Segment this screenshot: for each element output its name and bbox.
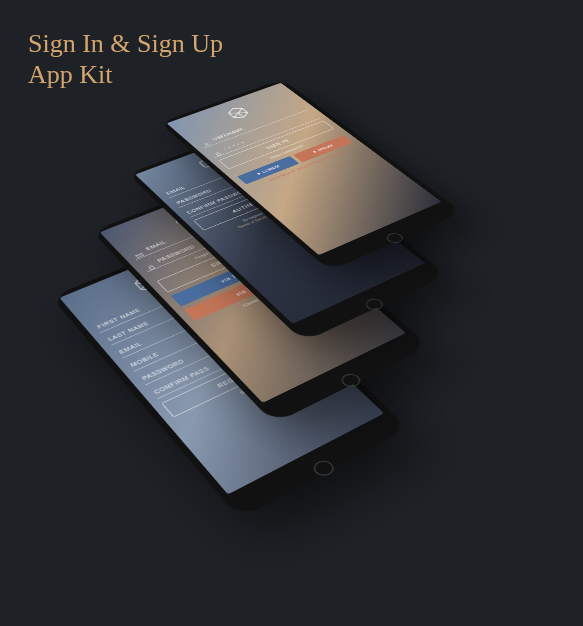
title-line-1: Sign In & Sign Up [28, 28, 223, 59]
play-icon [257, 172, 261, 175]
phone-scene: FIRST NAME LAST NAME EMAIL MOBILE PASSWO… [50, 80, 550, 600]
email-label: EMAIL [145, 240, 168, 251]
lock-icon [142, 261, 155, 269]
play-icon [313, 151, 317, 154]
svg-rect-6 [216, 153, 221, 156]
svg-rect-1 [136, 253, 144, 258]
logo-icon [221, 104, 255, 122]
svg-rect-2 [149, 266, 155, 269]
user-icon [199, 140, 210, 146]
email-label: EMAIL [118, 341, 143, 355]
lock-icon [210, 149, 221, 155]
mail-icon [131, 249, 143, 257]
email-label: EMAIL [165, 185, 186, 195]
password-value: • • • • • [222, 140, 245, 150]
